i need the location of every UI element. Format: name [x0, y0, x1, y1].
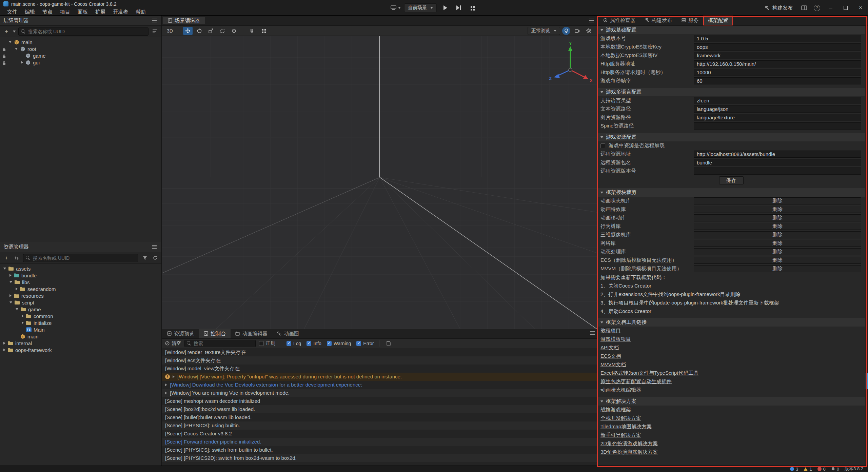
- doc-link[interactable]: 原生包热更新配置自动生成插件: [600, 378, 672, 385]
- mode-3d-button[interactable]: 3D: [165, 27, 175, 35]
- close-button[interactable]: ×: [853, 0, 868, 16]
- save-button[interactable]: 保存: [719, 176, 744, 184]
- asset-node[interactable]: seedrandom: [0, 286, 161, 292]
- chevron-down-icon[interactable]: [9, 41, 12, 43]
- menu-item[interactable]: 面板: [74, 8, 92, 16]
- doc-link[interactable]: 战旗游戏框架: [600, 407, 631, 413]
- section-header[interactable]: 游戏多语言配置: [597, 88, 865, 96]
- field-input[interactable]: [694, 43, 861, 51]
- module-delete-button[interactable]: 删除: [694, 206, 861, 213]
- chevron-right-icon[interactable]: [21, 61, 23, 64]
- doc-link[interactable]: Excel格式转Json文件与TypeScript代码工具: [600, 370, 698, 376]
- scene-settings-button[interactable]: [584, 27, 593, 35]
- move-tool-button[interactable]: [183, 27, 193, 35]
- preview-platform-button[interactable]: [391, 3, 401, 12]
- chevron-down-icon[interactable]: [16, 308, 18, 310]
- error-count[interactable]: 0: [817, 467, 826, 472]
- log-expand-arrow[interactable]: [173, 375, 175, 378]
- minimize-button[interactable]: –: [823, 0, 838, 16]
- view-mode-select[interactable]: 正常浏览: [528, 27, 560, 35]
- field-input[interactable]: [694, 114, 861, 121]
- asset-node[interactable]: resources: [0, 292, 161, 299]
- lighting-toggle-button[interactable]: [562, 27, 570, 35]
- console-filter-info[interactable]: ✓Info: [307, 341, 321, 346]
- field-input[interactable]: [694, 168, 861, 175]
- build-publish-button[interactable]: 构建发布: [760, 0, 797, 16]
- field-input[interactable]: [694, 151, 861, 158]
- doc-link[interactable]: 动画状态机编辑器: [600, 387, 641, 393]
- inspector-checkbox-row[interactable]: 游戏中资源是否远程加载: [597, 141, 865, 150]
- asset-node[interactable]: initialize: [0, 319, 161, 326]
- menu-item[interactable]: 节点: [39, 8, 56, 16]
- scene-panel-menu-button[interactable]: [588, 17, 595, 24]
- menu-item[interactable]: 帮助: [132, 8, 150, 16]
- console-filter-log[interactable]: ✓Log: [287, 341, 301, 346]
- menu-item[interactable]: 开发者: [109, 8, 132, 16]
- tab-inspector-build[interactable]: 构建发布: [640, 16, 677, 25]
- asset-node[interactable]: internal: [0, 340, 161, 347]
- section-header[interactable]: 框架模块裁剪: [597, 188, 865, 197]
- view-gizmo[interactable]: Y X Z: [545, 40, 596, 91]
- tab-inspector-inspector[interactable]: 属性检查器: [598, 16, 640, 25]
- tab-console-0[interactable]: 资源预览: [162, 329, 199, 338]
- field-input[interactable]: [694, 105, 861, 113]
- chevron-right-icon[interactable]: [3, 349, 5, 351]
- grid-toggle-button[interactable]: [259, 27, 268, 35]
- camera-settings-button[interactable]: [572, 27, 582, 35]
- play-button[interactable]: [440, 3, 450, 12]
- asset-node[interactable]: game: [0, 306, 161, 313]
- field-input[interactable]: [694, 159, 861, 166]
- hierarchy-menu-button[interactable]: [151, 17, 158, 24]
- doc-link[interactable]: 3D角色扮演游戏解决方案: [600, 449, 658, 455]
- hierarchy-node[interactable]: root: [0, 45, 161, 52]
- asset-node[interactable]: script: [0, 299, 161, 306]
- layout-button[interactable]: [467, 3, 477, 12]
- tab-framework-config[interactable]: 框架配置: [703, 16, 733, 25]
- assets-refresh-button[interactable]: [151, 254, 159, 262]
- lock-icon[interactable]: [2, 54, 6, 59]
- chevron-right-icon[interactable]: [22, 321, 24, 324]
- module-delete-button[interactable]: 删除: [694, 257, 861, 264]
- tab-scene-editor[interactable]: 场景编辑器: [163, 17, 205, 24]
- warning-count[interactable]: 1: [804, 467, 812, 472]
- scrollbar-thumb[interactable]: [866, 373, 868, 390]
- field-input[interactable]: [694, 52, 861, 59]
- assets-create-button[interactable]: +: [3, 254, 10, 262]
- gizmo-pivot-button[interactable]: [229, 27, 239, 35]
- field-input[interactable]: [694, 97, 861, 104]
- tab-console-2[interactable]: 动画编辑器: [231, 329, 272, 338]
- rotate-tool-button[interactable]: [195, 27, 204, 35]
- field-input[interactable]: [694, 69, 861, 76]
- section-header[interactable]: 框架解决方案: [597, 397, 865, 406]
- field-input[interactable]: [694, 60, 861, 67]
- lock-icon[interactable]: [2, 60, 6, 66]
- scene-select[interactable]: 当前场景: [404, 3, 437, 12]
- console-filter-error[interactable]: ✓Error: [356, 341, 374, 346]
- doc-link[interactable]: ECS文档: [600, 353, 621, 359]
- module-delete-button[interactable]: 删除: [694, 223, 861, 230]
- asset-node[interactable]: main: [0, 333, 161, 340]
- module-delete-button[interactable]: 删除: [694, 265, 861, 272]
- tab-console-active[interactable]: 控制台: [199, 329, 231, 338]
- chevron-right-icon[interactable]: [9, 294, 12, 297]
- tab-console-3[interactable]: 动画图: [272, 329, 304, 338]
- menu-item[interactable]: 文件: [3, 8, 21, 16]
- doc-link[interactable]: MVVM文档: [600, 361, 626, 368]
- hierarchy-filter-button[interactable]: [151, 28, 159, 35]
- lock-icon[interactable]: [2, 47, 6, 53]
- assets-menu-button[interactable]: [151, 243, 158, 251]
- menu-item[interactable]: 编辑: [21, 8, 39, 16]
- chevron-down-icon[interactable]: [13, 31, 16, 33]
- doc-link[interactable]: 全栈开发解决方案: [600, 415, 641, 421]
- module-delete-button[interactable]: 删除: [694, 248, 861, 255]
- console-filter-warning[interactable]: ✓Warning: [327, 341, 351, 346]
- console-regex-toggle[interactable]: 正则: [259, 340, 275, 347]
- console-clear-button[interactable]: 清空: [165, 340, 181, 347]
- hierarchy-node[interactable]: main: [0, 39, 161, 45]
- module-delete-button[interactable]: 删除: [694, 197, 861, 204]
- asset-node[interactable]: bundle: [0, 272, 161, 279]
- hierarchy-search-input[interactable]: [18, 27, 149, 36]
- chevron-right-icon[interactable]: [3, 342, 5, 345]
- hierarchy-create-button[interactable]: +: [3, 28, 10, 35]
- snap-toggle-button[interactable]: [247, 27, 257, 35]
